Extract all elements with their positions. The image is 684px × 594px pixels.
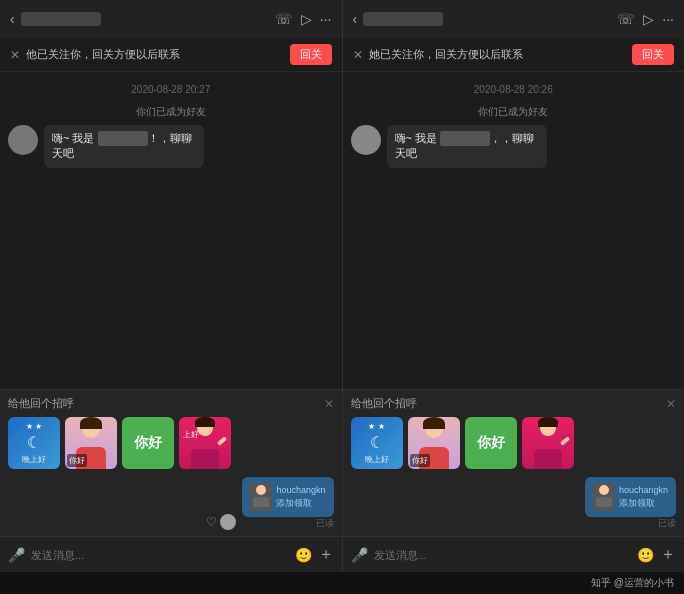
greeting-row-right: 嗨~ 我是 ，，聊聊天吧 [351,125,677,168]
follow-button-left[interactable]: 回关 [290,44,332,65]
sticker-girl1-right[interactable]: 你好 [408,417,460,469]
card-icon-left [250,483,272,511]
input-bar-right: 🎤 🙂 ＋ [343,536,685,572]
sticker-row-right: ★ ★ ☾ 晚上好 你好 你好 [351,417,677,469]
header-icons-right: ☏ ▷ ··· [617,11,674,27]
contact-name-left [21,12,101,26]
emoji-icon-left[interactable]: 🙂 [295,547,312,563]
header-icons-left: ☏ ▷ ··· [275,11,332,27]
quick-reply-header-left: 给他回个招呼 ✕ [8,396,334,411]
phone-icon-right[interactable]: ☏ [617,11,635,27]
card-msg-left: houchangkn 添加领取 已读 [242,477,333,530]
greeting-row-left: 嗨~ 我是 ！，聊聊天吧 [8,125,334,168]
quick-reply-close-right[interactable]: ✕ [666,397,676,411]
follow-banner-right: ✕ 她已关注你，回关方便以后联系 回关 [343,38,685,72]
card-icon-right [593,483,615,511]
quick-reply-close-left[interactable]: ✕ [324,397,334,411]
sticker-blue-right[interactable]: ★ ★ ☾ 晚上好 [351,417,403,469]
chat-header-left: ‹ ☏ ▷ ··· [0,0,342,38]
quick-reply-title-left: 给他回个招呼 [8,396,74,411]
add-icon-right[interactable]: ＋ [660,544,676,565]
chat-panel-right: ‹ ☏ ▷ ··· ✕ 她已关注你，回关方便以后联系 回关 2020-08-28… [343,0,685,572]
sticker-evening-label-left: 晚上好 [22,454,46,465]
quick-reply-header-right: 给他回个招呼 ✕ [351,396,677,411]
card-bubble-left: houchangkn 添加领取 [242,477,333,517]
read-status-right: 已读 [585,517,676,530]
chat-header-right: ‹ ☏ ▷ ··· [343,0,685,38]
close-banner-right[interactable]: ✕ [353,48,363,62]
chat-messages-left: 2020-08-28 20:27 你们已成为好友 嗨~ 我是 ！，聊聊天吧 [0,72,342,389]
more-icon-right[interactable]: ··· [662,11,674,27]
input-bar-left: 🎤 🙂 ＋ [0,536,342,572]
header-left-section: ‹ [10,11,101,27]
video-icon-left[interactable]: ▷ [301,11,312,27]
header-left-section-right: ‹ [353,11,444,27]
follow-banner-left: ✕ 他已关注你，回关方便以后联系 回关 [0,38,342,72]
sticker-green-left[interactable]: 你好 [122,417,174,469]
video-icon-right[interactable]: ▷ [643,11,654,27]
back-icon-left[interactable]: ‹ [10,11,15,27]
greeting-bubble-left: 嗨~ 我是 ！，聊聊天吧 [44,125,204,168]
back-icon-right[interactable]: ‹ [353,11,358,27]
footer-brand: 知乎 @运营的小书 [591,576,674,590]
chat-messages-right: 2020-08-28 20:26 你们已成为好友 嗨~ 我是 ，，聊聊天吧 [343,72,685,389]
card-text-right: houchangkn 添加领取 [619,484,668,511]
avatar-right [351,125,381,155]
sticker-moon-left: ☾ [27,433,41,452]
sticker-stars-right: ★ ★ [368,422,384,431]
contact-name-right [363,12,443,26]
heart-icon-left[interactable]: ♡ [206,515,217,529]
card-reactions-left: ♡ [206,512,236,530]
card-msg-right: houchangkn 添加领取 已读 [585,477,676,530]
reaction-avatar-left [220,514,236,530]
close-banner-left[interactable]: ✕ [10,48,20,62]
card-bubble-right: houchangkn 添加领取 [585,477,676,517]
sticker-evening-label-right: 晚上好 [365,454,389,465]
more-icon-left[interactable]: ··· [320,11,332,27]
card-row-left: ♡ houchangkn [8,477,334,530]
reaction-row-left: ♡ [206,514,236,530]
sticker-stars-left: ★ ★ [26,422,42,431]
timestamp-right: 2020-08-28 20:26 [351,84,677,95]
friend-notice-left: 你们已成为好友 [8,105,334,119]
quick-reply-title-right: 给他回个招呼 [351,396,417,411]
card-row-right: houchangkn 添加领取 已读 [351,477,677,530]
quick-reply-right: 给他回个招呼 ✕ ★ ★ ☾ 晚上好 你好 你好 [343,389,685,536]
voice-icon-left[interactable]: 🎤 [8,547,25,563]
sticker-green-right[interactable]: 你好 [465,417,517,469]
app-footer: 知乎 @运营的小书 [0,572,684,594]
message-input-right[interactable] [374,549,632,561]
sticker-row-left: ★ ★ ☾ 晚上好 你好 [8,417,334,469]
chat-panel-left: ‹ ☏ ▷ ··· ✕ 他已关注你，回关方便以后联系 回关 2020-08-28… [0,0,343,572]
follow-text-left: 他已关注你，回关方便以后联系 [26,47,290,62]
voice-icon-right[interactable]: 🎤 [351,547,368,563]
follow-text-right: 她已关注你，回关方便以后联系 [369,47,633,62]
sticker-moon-right: ☾ [370,433,384,452]
friend-notice-right: 你们已成为好友 [351,105,677,119]
emoji-icon-right[interactable]: 🙂 [637,547,654,563]
read-status-left: 已读 [242,517,333,530]
add-icon-left[interactable]: ＋ [318,544,334,565]
sticker-blue-left[interactable]: ★ ★ ☾ 晚上好 [8,417,60,469]
quick-reply-left: 给他回个招呼 ✕ ★ ★ ☾ 晚上好 [0,389,342,536]
sticker-red-left[interactable]: 上好 [179,417,231,469]
phone-icon-left[interactable]: ☏ [275,11,293,27]
timestamp-left: 2020-08-28 20:27 [8,84,334,95]
card-text-left: houchangkn 添加领取 [276,484,325,511]
sticker-red-right[interactable] [522,417,574,469]
follow-button-right[interactable]: 回关 [632,44,674,65]
avatar-left [8,125,38,155]
message-input-left[interactable] [31,549,289,561]
sticker-girl1-left[interactable]: 你好 [65,417,117,469]
greeting-bubble-right: 嗨~ 我是 ，，聊聊天吧 [387,125,547,168]
